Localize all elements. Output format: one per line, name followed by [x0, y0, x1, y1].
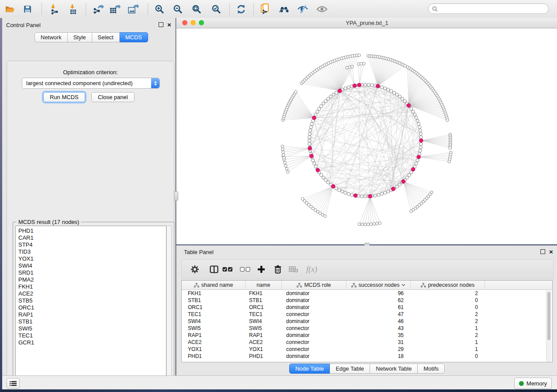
table-row[interactable]: YOX1YOX1connector291	[182, 346, 552, 353]
graph-node[interactable]	[387, 88, 390, 91]
tab-network-table[interactable]: Network Table	[370, 364, 418, 374]
graph-leaf-node[interactable]	[373, 223, 376, 226]
run-mcds-button[interactable]: Run MCDS	[43, 92, 85, 102]
criterion-dropdown[interactable]: largest connected component (undirected)	[22, 78, 160, 89]
show-panels-list-button[interactable]	[7, 378, 20, 389]
table-row[interactable]: TEC1TEC1connector472	[182, 311, 552, 318]
delete-table-icon[interactable]	[288, 264, 299, 275]
tab-motifs[interactable]: Motifs	[418, 364, 445, 374]
zoom-in-icon[interactable]	[154, 3, 165, 15]
graph-node[interactable]	[324, 179, 327, 182]
memory-button[interactable]: Memory	[514, 378, 552, 389]
zoom-fit-icon[interactable]	[191, 3, 202, 15]
graph-node[interactable]	[320, 173, 323, 176]
mcds-result-list[interactable]: PHD1CAR1STP4TID3YOX1SWI4SRD1PMA2FKH1ACE2…	[15, 226, 166, 379]
float-table-panel-icon[interactable]	[540, 249, 545, 254]
graph-node[interactable]	[408, 173, 411, 176]
graph-node[interactable]	[324, 100, 327, 103]
close-table-panel-icon[interactable]: ×	[549, 250, 553, 254]
mcds-result-item[interactable]: RAP1	[18, 311, 166, 318]
graph-leaf-node[interactable]	[301, 197, 304, 200]
graph-leaf-node[interactable]	[364, 223, 367, 226]
export-network-icon[interactable]	[93, 3, 104, 15]
graph-node[interactable]	[416, 159, 419, 162]
graph-leaf-node[interactable]	[284, 164, 287, 167]
graph-node[interactable]	[415, 162, 418, 165]
mcds-result-item[interactable]: STB5	[18, 297, 166, 304]
graph-dominator-node[interactable]	[310, 154, 314, 158]
deselect-all-icon[interactable]	[240, 264, 250, 275]
graph-dominator-node[interactable]	[312, 116, 316, 120]
graph-node[interactable]	[401, 97, 404, 100]
mcds-result-item[interactable]: YOX1	[18, 255, 166, 262]
tab-edge-table[interactable]: Edge Table	[330, 364, 370, 374]
graph-node[interactable]	[318, 107, 321, 110]
graph-node[interactable]	[341, 190, 344, 193]
graph-leaf-node[interactable]	[360, 62, 363, 65]
graph-node[interactable]	[398, 95, 401, 98]
graph-leaf-node[interactable]	[287, 170, 290, 173]
table-row[interactable]: STB1STB1dominator620	[182, 297, 552, 304]
table-row[interactable]: SWI4SWI4dominator462	[182, 318, 552, 325]
graph-node[interactable]	[308, 129, 311, 132]
column-header-successor-nodes[interactable]: successor nodes	[346, 281, 411, 289]
graph-node[interactable]	[413, 113, 416, 116]
table-row[interactable]: ACE2ACE2connector311	[182, 339, 552, 346]
mcds-result-item[interactable]: ORC1	[18, 304, 166, 311]
graph-node[interactable]	[320, 104, 323, 107]
graph-node[interactable]	[416, 119, 419, 122]
mcds-list-scrollbar[interactable]	[166, 226, 172, 379]
graph-dominator-node[interactable]	[419, 139, 423, 143]
graph-node[interactable]	[311, 159, 315, 162]
graph-node[interactable]	[419, 149, 422, 152]
graph-dominator-node[interactable]	[308, 147, 312, 151]
graph-leaf-node[interactable]	[448, 160, 451, 163]
graph-node[interactable]	[308, 132, 311, 135]
table-row[interactable]: FKH1FKH1dominator962	[182, 290, 552, 297]
graph-node[interactable]	[419, 142, 422, 145]
graph-dominator-node[interactable]	[357, 83, 361, 87]
close-panel-icon[interactable]: ×	[167, 23, 171, 27]
table-scrollbar-thumb[interactable]	[547, 292, 550, 340]
graph-node[interactable]	[415, 116, 418, 119]
import-network-icon[interactable]	[49, 3, 60, 15]
graph-node[interactable]	[417, 122, 420, 125]
close-panel-button[interactable]: Close panel	[91, 92, 135, 102]
graph-node[interactable]	[360, 195, 363, 198]
delete-column-trash-icon[interactable]	[273, 264, 283, 275]
graph-leaf-node[interactable]	[284, 161, 287, 164]
graph-dominator-node[interactable]	[411, 168, 415, 172]
tab-node-table[interactable]: Node Table	[289, 364, 330, 374]
graph-node[interactable]	[335, 91, 338, 94]
graph-node[interactable]	[327, 181, 330, 184]
table-options-gear-icon[interactable]	[190, 264, 200, 275]
graph-node[interactable]	[344, 87, 347, 90]
graph-node[interactable]	[327, 97, 330, 100]
mcds-result-item[interactable]: STP4	[18, 241, 166, 248]
graph-dominator-node[interactable]	[331, 185, 335, 189]
zoom-selected-icon[interactable]	[211, 3, 222, 15]
table-scrollbar[interactable]	[546, 290, 551, 362]
mcds-result-item[interactable]: SWI5	[18, 325, 166, 332]
graph-leaf-node[interactable]	[378, 222, 381, 225]
graph-node[interactable]	[410, 107, 413, 110]
graph-node[interactable]	[367, 83, 370, 86]
graph-dominator-node[interactable]	[368, 194, 372, 198]
column-header-shared-name[interactable]: shared name	[182, 281, 246, 289]
function-builder-icon[interactable]: f(x)	[305, 264, 321, 275]
graph-node[interactable]	[344, 191, 347, 194]
graph-leaf-node[interactable]	[351, 65, 354, 68]
table-row[interactable]: RAP1RAP1dominator352	[182, 332, 552, 339]
tab-style[interactable]: Style	[68, 32, 92, 42]
graph-node[interactable]	[310, 122, 313, 125]
graph-node[interactable]	[314, 165, 317, 168]
toolbar-search-input[interactable]	[440, 5, 548, 12]
graph-node[interactable]	[308, 139, 311, 142]
mcds-result-item[interactable]: PHD1	[18, 227, 166, 234]
graph-node[interactable]	[380, 86, 383, 89]
graph-node[interactable]	[335, 187, 338, 190]
column-header-predecessor-nodes[interactable]: predecessor nodes	[411, 281, 485, 289]
mcds-result-item[interactable]: PMA2	[18, 276, 166, 283]
graph-node[interactable]	[384, 191, 387, 194]
hide-details-eye-icon[interactable]	[297, 3, 308, 15]
